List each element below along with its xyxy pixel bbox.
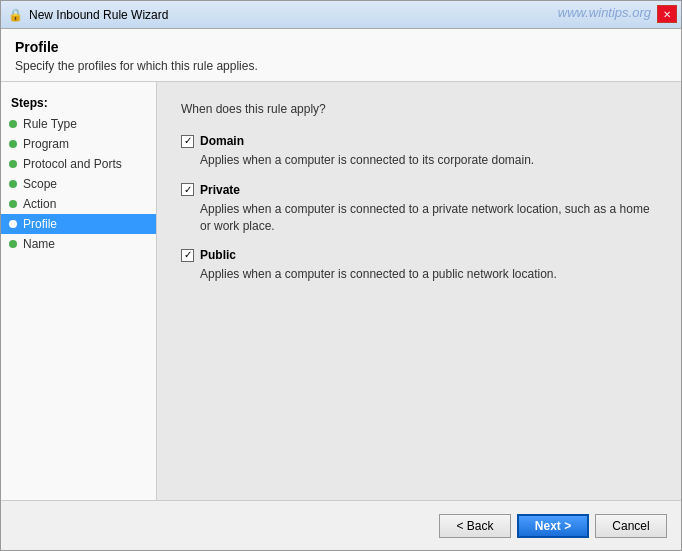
option-label-private: Private [200, 183, 240, 197]
cancel-button[interactable]: Cancel [595, 514, 667, 538]
sidebar-item-label-rule-type: Rule Type [23, 117, 77, 131]
header: Profile Specify the profiles for which t… [1, 29, 681, 82]
close-button[interactable]: ✕ [657, 5, 677, 23]
page-subtitle: Specify the profiles for which this rule… [15, 59, 667, 73]
profile-option-private: PrivateApplies when a computer is connec… [181, 183, 657, 235]
next-button[interactable]: Next > [517, 514, 589, 538]
steps-label: Steps: [1, 92, 156, 114]
page-title: Profile [15, 39, 667, 55]
question-text: When does this rule apply? [181, 102, 657, 116]
sidebar-item-label-profile: Profile [23, 217, 57, 231]
sidebar-item-scope[interactable]: Scope [1, 174, 156, 194]
profile-option-domain: DomainApplies when a computer is connect… [181, 134, 657, 169]
sidebar-item-label-scope: Scope [23, 177, 57, 191]
back-button[interactable]: < Back [439, 514, 511, 538]
option-desc-private: Applies when a computer is connected to … [200, 201, 657, 235]
sidebar-item-label-action: Action [23, 197, 56, 211]
option-header-public: Public [181, 248, 657, 262]
step-dot-scope [9, 180, 17, 188]
option-label-public: Public [200, 248, 236, 262]
step-dot-rule-type [9, 120, 17, 128]
sidebar-item-action[interactable]: Action [1, 194, 156, 214]
sidebar-item-name[interactable]: Name [1, 234, 156, 254]
option-header-domain: Domain [181, 134, 657, 148]
content-area: Steps: Rule TypeProgramProtocol and Port… [1, 82, 681, 500]
option-desc-public: Applies when a computer is connected to … [200, 266, 657, 283]
main-panel: When does this rule apply? DomainApplies… [157, 82, 681, 500]
window-icon: 🔒 [7, 7, 23, 23]
checkbox-private[interactable] [181, 183, 194, 196]
sidebar-item-profile[interactable]: Profile [1, 214, 156, 234]
step-dot-program [9, 140, 17, 148]
step-dot-action [9, 200, 17, 208]
option-label-domain: Domain [200, 134, 244, 148]
sidebar-item-label-name: Name [23, 237, 55, 251]
title-bar: 🔒 New Inbound Rule Wizard www.wintips.or… [1, 1, 681, 29]
option-desc-domain: Applies when a computer is connected to … [200, 152, 657, 169]
watermark: www.wintips.org [558, 5, 651, 20]
sidebar-item-label-program: Program [23, 137, 69, 151]
checkbox-domain[interactable] [181, 135, 194, 148]
profile-option-public: PublicApplies when a computer is connect… [181, 248, 657, 283]
step-dot-protocol-ports [9, 160, 17, 168]
option-header-private: Private [181, 183, 657, 197]
sidebar-item-protocol-ports[interactable]: Protocol and Ports [1, 154, 156, 174]
wizard-window: 🔒 New Inbound Rule Wizard www.wintips.or… [0, 0, 682, 551]
step-dot-profile [9, 220, 17, 228]
step-dot-name [9, 240, 17, 248]
sidebar-item-label-protocol-ports: Protocol and Ports [23, 157, 122, 171]
sidebar: Steps: Rule TypeProgramProtocol and Port… [1, 82, 157, 500]
footer: < Back Next > Cancel [1, 500, 681, 550]
checkbox-public[interactable] [181, 249, 194, 262]
sidebar-item-program[interactable]: Program [1, 134, 156, 154]
sidebar-item-rule-type[interactable]: Rule Type [1, 114, 156, 134]
